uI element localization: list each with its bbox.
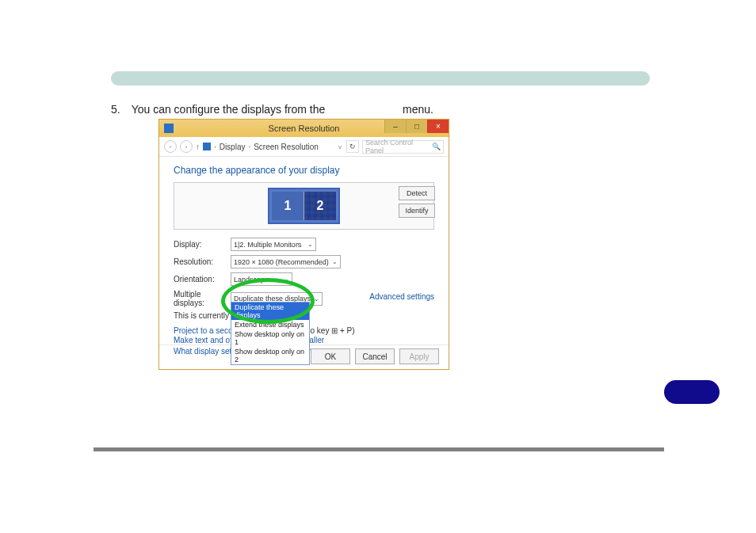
dropdown-option[interactable]: Duplicate these displays	[231, 303, 309, 320]
dropdown-option[interactable]: Show desktop only on 1	[231, 329, 309, 347]
section-banner	[111, 71, 650, 86]
maximize-button[interactable]: □	[406, 120, 427, 133]
chevron-down-icon: ⌄	[284, 276, 289, 283]
display-label: Display:	[174, 240, 231, 249]
monitor-1[interactable]: 1	[272, 192, 304, 220]
breadcrumb-icon	[203, 143, 211, 150]
breadcrumb-screenres[interactable]: Screen Resolution	[254, 143, 319, 151]
step-instruction: 5. You can configure the displays from t…	[111, 103, 433, 116]
breadcrumb-sep: ›	[214, 143, 216, 150]
chevron-down-icon: ⌄	[332, 258, 338, 265]
advanced-settings-link[interactable]: Advanced settings	[369, 292, 434, 301]
cancel-button[interactable]: Cancel	[355, 348, 395, 364]
monitor-group[interactable]: 1 2	[268, 188, 340, 224]
resolution-select[interactable]: 1920 × 1080 (Recommended)⌄	[231, 255, 341, 268]
forward-button[interactable]: ›	[180, 140, 193, 153]
back-button[interactable]: ‹	[164, 140, 177, 153]
window-controls: – □ ×	[384, 120, 449, 134]
step-text-before: You can configure the displays from the	[132, 103, 329, 116]
windows-key-icon: ⊞	[331, 326, 338, 335]
screen-resolution-window: Screen Resolution – □ × ‹ › ↑ › Display …	[158, 119, 449, 370]
step-text-after: menu.	[403, 103, 433, 116]
step-number: 5.	[111, 103, 128, 116]
ok-button[interactable]: OK	[311, 348, 350, 364]
apply-button[interactable]: Apply	[399, 348, 439, 364]
navbar: ‹ › ↑ › Display › Screen Resolution v ↻ …	[159, 137, 449, 157]
multiple-displays-dropdown: Duplicate these displays Extend these di…	[231, 302, 310, 365]
breadcrumb-sep: ›	[248, 143, 250, 150]
footer-buttons: OK Cancel Apply	[311, 348, 439, 364]
search-placeholder: Search Control Panel	[365, 139, 432, 154]
dropdown-option[interactable]: Show desktop only on 2	[231, 347, 309, 364]
chevron-down-icon: ⌄	[307, 241, 313, 248]
search-input[interactable]: Search Control Panel 🔍	[362, 140, 444, 154]
dropdown-caret-icon[interactable]: v	[338, 143, 342, 150]
orientation-label: Orientation:	[174, 275, 231, 284]
page-marker	[664, 380, 720, 404]
window-icon	[164, 124, 174, 133]
footer-rule	[94, 447, 664, 451]
titlebar[interactable]: Screen Resolution – □ ×	[159, 120, 449, 137]
search-icon: 🔍	[432, 143, 441, 150]
identify-button[interactable]: Identify	[399, 204, 435, 218]
minimize-button[interactable]: –	[384, 120, 406, 133]
breadcrumb-display[interactable]: Display	[220, 143, 246, 151]
content-area: Change the appearance of your display 1 …	[159, 157, 449, 356]
page-heading: Change the appearance of your display	[174, 165, 434, 176]
refresh-button[interactable]: ↻	[346, 140, 359, 153]
orientation-select[interactable]: Landscape⌄	[231, 272, 292, 286]
resolution-label: Resolution:	[174, 257, 231, 266]
up-button[interactable]: ↑	[196, 143, 200, 151]
breadcrumb[interactable]: › Display › Screen Resolution	[203, 143, 335, 151]
close-button[interactable]: ×	[427, 120, 449, 133]
detect-button[interactable]: Detect	[399, 186, 435, 200]
display-preview: 1 2 Detect Identify	[174, 182, 434, 230]
multiple-displays-label: Multiple displays:	[174, 290, 231, 307]
dropdown-option[interactable]: Extend these displays	[231, 320, 309, 329]
display-select[interactable]: 1|2. Multiple Monitors⌄	[231, 238, 316, 251]
monitor-2[interactable]: 2	[304, 192, 336, 220]
chevron-down-icon: ⌄	[314, 295, 319, 303]
